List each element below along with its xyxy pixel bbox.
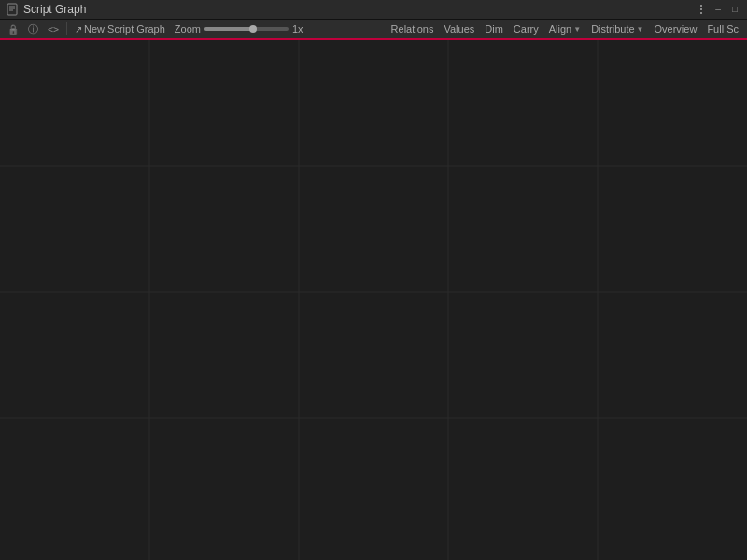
more-options-icon[interactable] <box>695 3 708 16</box>
info-button[interactable] <box>24 21 42 37</box>
zoom-label: Zoom <box>175 23 201 35</box>
overview-label: Overview <box>655 23 698 35</box>
toolbar-separator-1 <box>66 22 67 35</box>
new-script-graph-label: New Script Graph <box>84 23 165 35</box>
info-icon <box>28 22 38 36</box>
distribute-caret: ▼ <box>637 25 644 34</box>
canvas-grid <box>0 40 747 560</box>
align-button[interactable]: Align ▼ <box>544 21 585 37</box>
relations-button[interactable]: Relations <box>387 21 439 37</box>
zoom-slider[interactable] <box>204 27 289 31</box>
toolbar: <> ↗ New Script Graph Zoom 1x Relations … <box>0 20 747 40</box>
lock-button[interactable] <box>4 21 22 37</box>
distribute-button[interactable]: Distribute ▼ <box>586 21 648 37</box>
canvas-area[interactable] <box>0 40 747 560</box>
app-icon <box>6 3 19 16</box>
title-bar: Script Graph <box>0 0 747 20</box>
relations-label: Relations <box>391 23 434 35</box>
new-script-icon: ↗ <box>75 24 82 35</box>
overview-button[interactable]: Overview <box>650 21 702 37</box>
minimize-button[interactable] <box>712 3 725 16</box>
align-label: Align <box>549 23 571 35</box>
full-screen-button[interactable]: Full Sc <box>702 21 743 37</box>
values-button[interactable]: Values <box>439 21 479 37</box>
full-screen-label: Full Sc <box>707 23 739 35</box>
carry-label: Carry <box>514 23 539 35</box>
code-icon: <> <box>48 24 59 35</box>
distribute-label: Distribute <box>591 23 634 35</box>
code-button[interactable]: <> <box>44 21 63 37</box>
zoom-section: Zoom 1x <box>175 23 307 35</box>
align-caret: ▼ <box>573 25 581 34</box>
new-script-graph-button[interactable]: ↗ New Script Graph <box>71 21 169 37</box>
carry-button[interactable]: Carry <box>509 21 543 37</box>
dim-button[interactable]: Dim <box>480 21 508 37</box>
title-text: Script Graph <box>23 3 86 16</box>
lock-icon <box>7 23 19 35</box>
dim-label: Dim <box>485 23 503 35</box>
maximize-button[interactable] <box>728 3 741 16</box>
values-label: Values <box>444 23 474 35</box>
zoom-value: 1x <box>292 23 307 35</box>
svg-rect-0 <box>7 4 17 15</box>
